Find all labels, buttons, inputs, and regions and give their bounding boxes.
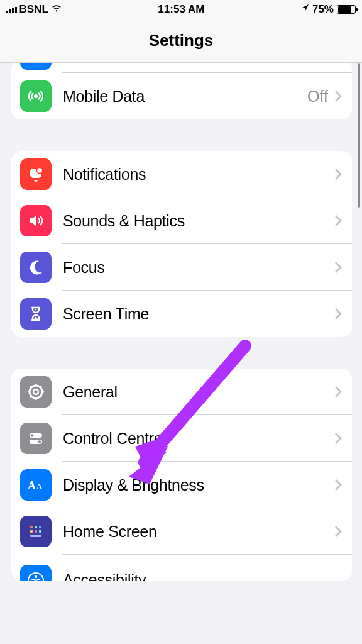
battery-pct: 75% — [312, 3, 334, 16]
row-label: Accessibility — [63, 571, 342, 582]
settings-group-network: Mobile Data Off — [11, 63, 352, 119]
clock: 11:53 AM — [158, 3, 204, 16]
row-label: General — [63, 383, 334, 401]
speaker-icon — [20, 205, 52, 236]
svg-point-4 — [33, 389, 38, 394]
chevron-icon — [334, 90, 342, 103]
page-title: Settings — [0, 19, 362, 63]
chain-icon — [20, 63, 52, 70]
chevron-icon — [334, 432, 342, 445]
svg-point-16 — [38, 440, 41, 443]
svg-point-14 — [31, 434, 33, 436]
row-value: Off — [307, 87, 328, 106]
row-label: Home Screen — [63, 523, 334, 541]
svg-line-11 — [30, 396, 32, 397]
chevron-icon — [334, 214, 342, 227]
row-label: Control Centre — [63, 430, 334, 448]
row-general[interactable]: General — [11, 369, 352, 415]
svg-text:A: A — [36, 482, 43, 491]
row-notifications[interactable]: Notifications — [11, 151, 352, 197]
battery-icon — [337, 5, 356, 14]
row-label: Notifications — [63, 165, 334, 184]
svg-rect-21 — [39, 526, 41, 528]
chevron-icon — [334, 386, 342, 398]
svg-point-0 — [35, 95, 37, 97]
location-icon — [300, 3, 309, 16]
settings-group-general: General Control Centre AA Display & Brig… — [11, 369, 352, 581]
row-home-screen[interactable]: Home Screen — [11, 508, 352, 555]
svg-point-2 — [37, 168, 43, 174]
row-label: Screen Time — [63, 305, 334, 323]
bell-icon — [20, 158, 52, 190]
row-label: Focus — [63, 258, 334, 277]
antenna-icon — [20, 80, 52, 112]
status-bar: BSNL 11:53 AM 75% — [0, 0, 362, 19]
settings-list[interactable]: Mobile Data Off Notifications Sounds & H… — [0, 63, 362, 644]
grid-icon — [20, 516, 52, 547]
svg-rect-20 — [35, 526, 37, 528]
switches-icon — [20, 423, 52, 454]
row-cutoff[interactable] — [11, 63, 352, 73]
svg-line-10 — [40, 396, 41, 397]
chevron-icon — [334, 479, 342, 491]
svg-line-9 — [30, 386, 32, 388]
svg-rect-25 — [30, 535, 41, 537]
row-accessibility[interactable]: Accessibility — [11, 555, 352, 581]
row-display-brightness[interactable]: AA Display & Brightness — [11, 462, 352, 508]
svg-rect-22 — [30, 530, 33, 533]
chevron-icon — [334, 261, 342, 274]
chevron-icon — [334, 525, 342, 538]
signal-icon — [6, 6, 17, 13]
row-label: Mobile Data — [63, 87, 307, 106]
svg-line-12 — [40, 386, 41, 388]
gear-icon — [20, 376, 52, 408]
hourglass-icon — [20, 298, 52, 330]
row-label: Display & Brightness — [63, 476, 334, 494]
accessibility-icon — [20, 565, 52, 581]
aa-icon: AA — [20, 469, 52, 501]
row-sounds-haptics[interactable]: Sounds & Haptics — [11, 197, 352, 244]
chevron-icon — [334, 168, 342, 180]
row-focus[interactable]: Focus — [11, 244, 352, 291]
row-control-centre[interactable]: Control Centre — [11, 415, 352, 462]
svg-rect-24 — [39, 530, 41, 533]
row-mobile-data[interactable]: Mobile Data Off — [11, 73, 352, 119]
moon-icon — [20, 252, 52, 283]
chevron-icon — [334, 308, 342, 320]
row-screen-time[interactable]: Screen Time — [11, 291, 352, 337]
settings-group-alerts: Notifications Sounds & Haptics Focus Scr… — [11, 151, 352, 337]
scrollbar[interactable] — [358, 63, 360, 208]
wifi-icon — [51, 3, 62, 16]
svg-rect-23 — [35, 530, 37, 533]
svg-rect-19 — [30, 526, 33, 528]
svg-point-27 — [35, 575, 37, 578]
svg-text:A: A — [28, 479, 36, 492]
carrier-text: BSNL — [19, 3, 48, 16]
row-label: Sounds & Haptics — [63, 212, 334, 230]
